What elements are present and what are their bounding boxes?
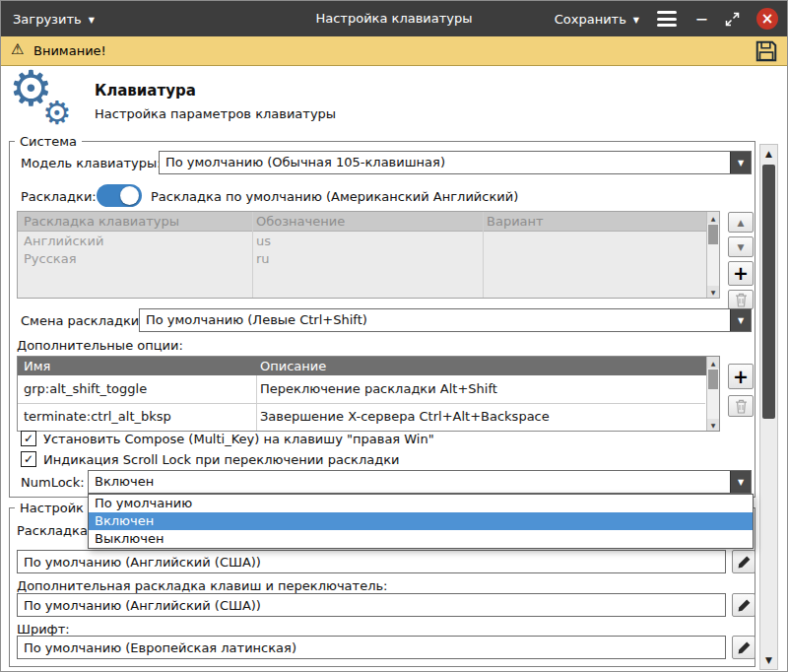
- minimize-icon: −: [695, 10, 708, 29]
- move-layout-down-button: ▼: [728, 236, 754, 257]
- chevron-down-icon: ▼: [738, 159, 744, 168]
- scroll-down-button[interactable]: ▼: [707, 419, 719, 431]
- table-row[interactable]: grp:alt_shift_toggle Переключение раскла…: [18, 375, 705, 403]
- scrolllock-checkbox[interactable]: ✓: [21, 451, 36, 467]
- warning-bar: ⚠ Внимание!: [1, 36, 787, 66]
- cell-layout: Английский: [24, 233, 248, 250]
- compose-checkbox[interactable]: ✓: [21, 431, 36, 446]
- font-label: Шрифт:: [17, 622, 70, 637]
- window-title: Настройка клавиатуры: [198, 1, 590, 36]
- cell-code: ru: [256, 250, 479, 268]
- minimize-button[interactable]: −: [688, 1, 716, 36]
- close-icon: ×: [761, 10, 774, 28]
- load-menu-button[interactable]: Загрузить ▼: [5, 1, 102, 36]
- scroll-up-button[interactable]: ▲: [707, 357, 719, 369]
- cell-code: us: [256, 233, 479, 250]
- pencil-icon: [737, 555, 752, 570]
- scrolllock-checkbox-label: Индикация Scroll Lock при переключении р…: [43, 452, 399, 467]
- column-header-description: Описание: [260, 357, 674, 375]
- dropdown-option[interactable]: По умолчанию: [89, 495, 753, 512]
- column-header-name: Имя: [24, 357, 252, 375]
- triangle-up-icon: ▲: [711, 215, 716, 222]
- main-scrollbar[interactable]: ▲ ▼: [759, 144, 778, 670]
- cell-description: Переключение раскладки Alt+Shift: [260, 375, 674, 403]
- console-layout-field[interactable]: [17, 550, 726, 573]
- save-menu-button[interactable]: Сохранить ▼: [547, 1, 647, 36]
- pencil-icon: [737, 640, 752, 655]
- trash-icon: [735, 399, 748, 414]
- scroll-up-button[interactable]: ▲: [760, 145, 777, 163]
- toggle-knob: [120, 186, 139, 205]
- menu-button[interactable]: [649, 1, 685, 36]
- check-icon: ✓: [24, 432, 33, 445]
- default-layout-toggle-label: Раскладка по умолчанию (Американский Анг…: [151, 189, 518, 204]
- scroll-down-button[interactable]: ▼: [760, 651, 777, 669]
- chevron-down-icon: ▼: [89, 16, 95, 25]
- maximize-button[interactable]: [717, 1, 748, 36]
- numlock-dropdown-list: По умолчанию Включен Выключен: [88, 494, 754, 549]
- layouts-table-scrollbar[interactable]: ▲ ▼: [706, 212, 719, 298]
- keyboard-model-combobox[interactable]: По умолчанию (Обычная 105-клавишная) ▼: [159, 151, 752, 174]
- save-file-button[interactable]: [755, 39, 778, 63]
- save-menu-label: Сохранить: [555, 12, 626, 27]
- extra-layout-field[interactable]: [17, 593, 726, 617]
- keyboard-model-value: По умолчанию (Обычная 105-клавишная): [160, 152, 730, 173]
- column-header-layout: Раскладка клавиатуры: [24, 212, 248, 232]
- scrollbar-thumb[interactable]: [762, 165, 775, 419]
- scroll-up-button[interactable]: ▲: [707, 212, 719, 224]
- numlock-value: Включен: [89, 471, 730, 493]
- layouts-table-header: Раскладка клавиатуры Обозначение Вариант: [18, 212, 719, 232]
- triangle-up-icon: ▲: [738, 218, 745, 228]
- numlock-combobox[interactable]: Включен ▼: [88, 470, 752, 494]
- edit-console-layout-button[interactable]: [732, 550, 755, 573]
- delete-layout-button: [728, 290, 754, 309]
- dropdown-option-selected[interactable]: Включен: [89, 512, 753, 530]
- scrollbar-thumb[interactable]: [708, 370, 718, 389]
- expand-icon: [725, 12, 740, 27]
- delete-option-button: [728, 395, 754, 417]
- gears-icon-small: ⚙: [42, 97, 72, 129]
- layout-switching-label: Смена раскладки:: [21, 313, 144, 328]
- triangle-down-icon: ▼: [738, 242, 745, 252]
- scroll-down-button[interactable]: ▼: [707, 286, 719, 298]
- options-table-header: Имя Описание: [18, 357, 719, 375]
- triangle-down-icon: ▼: [711, 422, 716, 429]
- edit-font-button[interactable]: [732, 636, 755, 659]
- scrollbar-thumb[interactable]: [708, 225, 718, 244]
- layout-switching-combobox[interactable]: По умолчанию (Левые Ctrl+Shift) ▼: [139, 308, 752, 332]
- chevron-down-icon: ▼: [738, 478, 744, 487]
- close-button[interactable]: ×: [756, 8, 778, 30]
- console-group-legend: Настройк: [15, 501, 89, 515]
- cell-name: grp:alt_shift_toggle: [24, 375, 252, 403]
- font-field[interactable]: [17, 636, 726, 659]
- triangle-up-icon: ▲: [711, 360, 716, 367]
- dropdown-arrow-button[interactable]: ▼: [730, 152, 751, 173]
- add-layout-button[interactable]: +: [728, 261, 754, 286]
- floppy-disk-icon: [755, 39, 778, 63]
- triangle-down-icon: ▼: [765, 655, 772, 665]
- column-header-code: Обозначение: [256, 212, 479, 232]
- titlebar: Загрузить ▼ Настройка клавиатуры Сохрани…: [1, 1, 787, 36]
- add-option-button[interactable]: +: [728, 364, 754, 389]
- cell-description: Завершение X-сервера Ctrl+Alt+Backspace: [260, 403, 674, 431]
- hamburger-menu-icon: [657, 8, 677, 31]
- keyboard-settings-window: Загрузить ▼ Настройка клавиатуры Сохрани…: [0, 0, 788, 672]
- dropdown-option[interactable]: Выключен: [89, 530, 753, 548]
- options-table-scrollbar[interactable]: ▲ ▼: [706, 357, 719, 431]
- warning-icon: ⚠: [11, 40, 24, 58]
- dropdown-arrow-button[interactable]: ▼: [730, 309, 751, 331]
- table-row: Русская ru: [18, 250, 705, 268]
- layout-switching-value: По умолчанию (Левые Ctrl+Shift): [140, 309, 730, 331]
- default-layout-toggle[interactable]: [97, 184, 142, 207]
- column-header-variant: Вариант: [487, 212, 664, 232]
- plus-icon: +: [733, 368, 749, 386]
- table-row: Английский us: [18, 233, 705, 250]
- load-menu-label: Загрузить: [13, 12, 82, 27]
- extra-layout-label: Дополнительная раскладка клавиш и перекл…: [17, 578, 387, 593]
- table-row[interactable]: terminate:ctrl_alt_bksp Завершение X-сер…: [18, 403, 705, 431]
- layouts-table: Раскладка клавиатуры Обозначение Вариант…: [17, 211, 720, 299]
- dropdown-arrow-button[interactable]: ▼: [730, 471, 751, 493]
- edit-extra-layout-button[interactable]: [732, 593, 755, 617]
- console-layout-label: Раскладка: [17, 523, 88, 538]
- triangle-up-icon: ▲: [765, 149, 772, 159]
